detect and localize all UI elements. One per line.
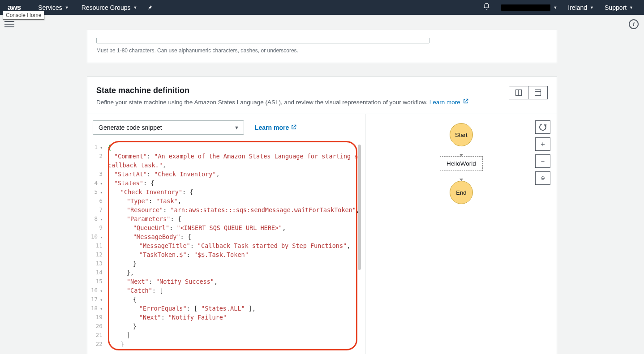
learn-more-link[interactable]: Learn more (429, 99, 469, 106)
toolbar-learn-more-link[interactable]: Learn more (255, 124, 297, 132)
account-name-redacted (501, 4, 550, 11)
graph-zoom-in-button[interactable]: ＋ (535, 137, 550, 151)
nav-region[interactable]: Ireland▼ (562, 4, 599, 11)
nav-services[interactable]: Services▼ (32, 4, 75, 11)
nav-account[interactable]: ▼ (496, 4, 562, 11)
center-icon (541, 176, 545, 180)
graph-center-button[interactable] (535, 171, 550, 185)
workflow-graph: Start HelloWorld End (366, 114, 557, 354)
external-link-icon (291, 124, 297, 132)
nav-resource-groups[interactable]: Resource Groups▼ (75, 4, 144, 11)
graph-refresh-button[interactable] (535, 120, 550, 134)
editor-pane: Generate code snippet ▼ Learn more 1 (87, 114, 365, 354)
layout-full-icon (535, 90, 541, 96)
layout-toggle (509, 86, 548, 99)
graph-tools: ＋ － (535, 120, 550, 185)
plus-icon: ＋ (539, 140, 546, 149)
definition-card: State machine definition Define your sta… (87, 77, 557, 354)
graph-state-node[interactable]: HelloWorld (440, 156, 483, 171)
info-icon[interactable]: i (629, 19, 639, 29)
chevron-down-icon: ▼ (234, 125, 239, 130)
chevron-down-icon: ▼ (65, 5, 69, 10)
editor-scrollbar[interactable] (358, 145, 361, 270)
pin-icon[interactable] (143, 4, 157, 11)
top-navbar: aws Services▼ Resource Groups▼ ▼ Ireland… (0, 0, 644, 15)
graph-zoom-out-button[interactable]: － (535, 154, 550, 168)
name-helptext: Must be 1-80 characters. Can use alphanu… (96, 45, 548, 55)
notifications-icon[interactable] (477, 3, 496, 12)
definition-title: State machine definition (96, 86, 469, 95)
chevron-down-icon: ▼ (553, 5, 557, 10)
graph-pane: Start HelloWorld End ＋ － (365, 114, 557, 354)
editor-gutter: 12 345678910111213141516171819202122 (91, 140, 106, 351)
graph-connector (461, 171, 461, 181)
name-card: Enter the state machine name Must be 1-8… (87, 30, 557, 63)
minus-icon: － (539, 157, 546, 166)
graph-connector (461, 146, 461, 156)
layout-split-icon (515, 90, 522, 96)
state-machine-name-input[interactable]: Enter the state machine name (96, 31, 429, 43)
definition-subtitle: Define your state machine using the Amaz… (96, 98, 469, 106)
layout-split-button[interactable] (509, 86, 528, 99)
external-link-icon (463, 98, 469, 106)
editor-code[interactable]: {"Comment": "An example of the Amazon St… (106, 140, 362, 351)
refresh-icon (538, 122, 547, 132)
chevron-down-icon: ▼ (629, 5, 633, 10)
layout-full-button[interactable] (528, 86, 548, 99)
code-editor[interactable]: 12 345678910111213141516171819202122 {"C… (91, 140, 362, 351)
chevron-down-icon: ▼ (133, 5, 137, 10)
hamburger-icon[interactable] (4, 19, 14, 29)
graph-end-node[interactable]: End (450, 181, 473, 204)
nav-support[interactable]: Support▼ (599, 4, 639, 11)
generate-snippet-select[interactable]: Generate code snippet ▼ (93, 120, 244, 135)
chevron-down-icon: ▼ (590, 5, 594, 10)
graph-start-node[interactable]: Start (450, 123, 473, 146)
